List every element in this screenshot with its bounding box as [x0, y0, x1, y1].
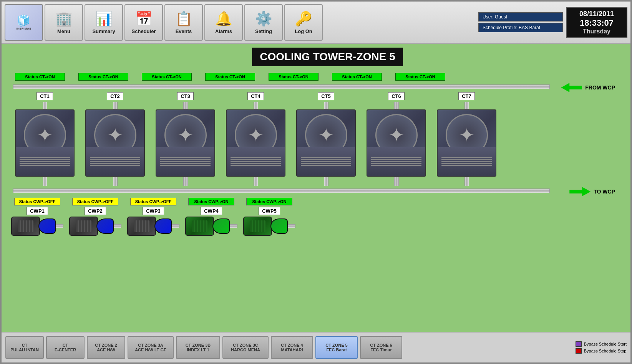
ct7-tower[interactable]: ✦	[437, 109, 496, 177]
ct4-item: CT4 ✦	[222, 92, 289, 186]
cwp2-item: Status CWP->OFF CWP2	[69, 198, 121, 236]
ct4-status[interactable]: Status CT->ON	[205, 73, 255, 81]
logon-label: Log On	[295, 28, 312, 34]
cwp2-label[interactable]: CWP2	[85, 207, 106, 215]
cwp3-status[interactable]: Status CWP->OFF	[130, 198, 176, 205]
cwp1-pipe-out	[56, 224, 63, 228]
cwp2-motor	[69, 217, 98, 236]
main-frame: 🧊 INSPIMAS 🏢 Menu 📊 Summary 📅 Scheduler …	[0, 0, 632, 364]
logon-button[interactable]: 🔑 Log On	[284, 4, 323, 41]
cwp2-pump	[69, 217, 121, 236]
ct6-pipe-top	[394, 102, 399, 109]
zone-tab-zone4[interactable]: CT ZONE 4 MATAHARI	[271, 336, 313, 359]
summary-button[interactable]: 📊 Summary	[85, 4, 123, 41]
top-pipe	[13, 84, 550, 89]
zone-tab-zone3c[interactable]: CT ZONE 3C HARCO MENA	[222, 336, 269, 359]
to-wcp-arrow	[569, 187, 591, 196]
ct5-tower[interactable]: ✦	[296, 109, 356, 177]
ct-status-row: Status CT->ON Status CT->ON Status CT->O…	[5, 73, 627, 81]
ct4-label[interactable]: CT4	[247, 92, 264, 100]
toolbar: 🧊 INSPIMAS 🏢 Menu 📊 Summary 📅 Scheduler …	[2, 2, 630, 44]
ct7-body	[438, 147, 496, 176]
events-button[interactable]: 📋 Events	[164, 4, 203, 41]
zone-tab-ecenter[interactable]: CT E-CENTER	[46, 336, 85, 359]
summary-label: Summary	[92, 28, 115, 34]
ct7-item: CT7 ✦	[433, 92, 500, 186]
bypass-start-label: Bypass Schedule Start	[584, 342, 627, 346]
zone-tab-zone3b[interactable]: CT ZONE 3B INDEX LT 1	[176, 336, 220, 359]
ct1-status[interactable]: Status CT->ON	[15, 73, 65, 81]
ct1-item: CT1 ✦	[11, 92, 78, 186]
cwp1-pump-body	[38, 218, 56, 234]
cwp4-item: Status CWP->ON CWP4	[185, 198, 237, 236]
ct3-label[interactable]: CT3	[177, 92, 194, 100]
cwp2-pipe-out	[114, 224, 121, 228]
ct4-grille	[230, 156, 282, 167]
ct7-label[interactable]: CT7	[458, 92, 475, 100]
cwp3-motor	[127, 217, 156, 236]
ct6-status[interactable]: Status CT->ON	[332, 73, 382, 81]
zone-tab-pulau-intan[interactable]: CT PULAU INTAN	[5, 336, 44, 359]
scheduler-button[interactable]: 📅 Scheduler	[124, 4, 163, 41]
ct2-pipe-top	[113, 102, 118, 109]
ct6-label[interactable]: CT6	[388, 92, 405, 100]
menu-button[interactable]: 🏢 Menu	[45, 4, 83, 41]
bottom-ct-pipe	[13, 189, 550, 193]
ct7-status[interactable]: Status CT->ON	[395, 73, 445, 81]
ct1-body	[16, 147, 74, 176]
cwp3-label[interactable]: CWP3	[143, 207, 164, 215]
cwp5-motor	[243, 217, 272, 236]
alarms-button[interactable]: 🔔 Alarms	[204, 4, 243, 41]
setting-icon: ⚙️	[255, 11, 272, 27]
zone-tab-zone6[interactable]: CT ZONE 6 FEC Timur	[360, 336, 402, 359]
ct4-tower[interactable]: ✦	[226, 109, 285, 177]
cwp2-status[interactable]: Status CWP->OFF	[72, 198, 118, 205]
ct3-grille	[159, 156, 212, 167]
cwp4-pump-body	[212, 218, 230, 234]
ct2-label[interactable]: CT2	[107, 92, 123, 100]
ct1-tower[interactable]: ✦	[15, 109, 75, 177]
ct7-pipe-top	[464, 102, 469, 109]
ct2-tower[interactable]: ✦	[85, 109, 145, 177]
zone-tab-zone5[interactable]: CT ZONE 5 FEC Barat	[315, 336, 358, 359]
cwp1-label[interactable]: CWP1	[27, 207, 48, 215]
page-title: COOLING TOWER-ZONE 5	[252, 48, 403, 66]
cwp4-status[interactable]: Status CWP->ON	[188, 198, 234, 205]
ct2-status[interactable]: Status CT->ON	[78, 73, 128, 81]
ct2-pipe-bottom	[113, 177, 118, 186]
ct1-pipe-top	[43, 102, 47, 109]
ct5-status[interactable]: Status CT->ON	[269, 73, 318, 81]
bypass-stop-label: Bypass Schedule Stop	[584, 349, 627, 353]
cwp5-status[interactable]: Status CWP->ON	[246, 198, 292, 205]
cwp4-label[interactable]: CWP4	[201, 207, 222, 215]
logo-text: INSPIMAS	[17, 27, 32, 30]
ct3-status[interactable]: Status CT->ON	[142, 73, 192, 81]
setting-button[interactable]: ⚙️ Setting	[244, 4, 283, 41]
ct5-label[interactable]: CT5	[318, 92, 334, 100]
ct3-tower[interactable]: ✦	[156, 109, 215, 177]
ct1-label[interactable]: CT1	[36, 92, 53, 100]
setting-label: Setting	[255, 28, 272, 34]
zone-tab-zone2[interactable]: CT ZONE 2 ACE H/W	[87, 336, 125, 359]
ct7-pipe-bottom	[464, 177, 469, 186]
ct5-item: CT5 ✦	[292, 92, 360, 186]
cwp3-pipe-out	[172, 224, 179, 228]
cwp3-pump-body	[154, 218, 172, 234]
app-logo: 🧊 INSPIMAS	[5, 4, 43, 41]
cwp5-label[interactable]: CWP5	[259, 207, 280, 215]
ct4-body	[227, 147, 285, 176]
zone-tab-zone3a[interactable]: CT ZONE 3A ACE H/W LT GF	[128, 336, 174, 359]
ct6-tower[interactable]: ✦	[367, 109, 426, 177]
cwp1-status[interactable]: Status CWP->OFF	[14, 198, 60, 205]
ct2-item: CT2 ✦	[81, 92, 149, 186]
bottom-ct-pipe-row: TO WCP	[5, 187, 627, 195]
cwp4-pipe-out	[230, 224, 237, 228]
ct5-grille	[300, 156, 352, 167]
menu-label: Menu	[57, 28, 70, 34]
ct4-pipe-top	[254, 102, 258, 109]
cwp5-pump	[243, 217, 295, 236]
datetime-box: 08/11/2011 18:33:07 Thursday	[566, 7, 627, 38]
ct7-grille	[441, 156, 493, 167]
ct2-grille	[89, 156, 141, 167]
cwp5-pipe-out	[288, 224, 295, 228]
